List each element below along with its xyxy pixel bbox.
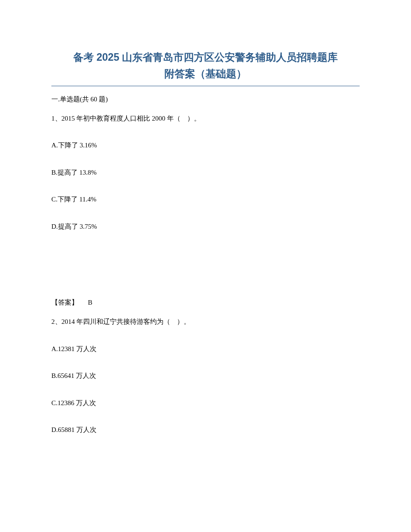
question-2-option-c: C.12386 万人次 <box>51 398 360 408</box>
title-line-1: 备考 2025 山东省青岛市四方区公安警务辅助人员招聘题库 <box>51 49 360 66</box>
question-2-option-b: B.65641 万人次 <box>51 371 360 381</box>
document-title-block: 备考 2025 山东省青岛市四方区公安警务辅助人员招聘题库 附答案（基础题） <box>51 49 360 82</box>
question-1-option-c: C.下降了 11.4% <box>51 194 360 205</box>
answer-label: 【答案】 <box>51 299 78 306</box>
question-2-text: 2、2014 年四川和辽宁共接待游客约为（ ）。 <box>51 317 360 327</box>
question-1-text: 1、2015 年初中教育程度人口相比 2000 年（ ）。 <box>51 113 360 124</box>
question-1-option-a: A.下降了 3.16% <box>51 140 360 151</box>
answer-value: B <box>88 299 92 306</box>
question-2-option-a: A.12381 万人次 <box>51 344 360 354</box>
title-divider <box>51 86 360 86</box>
question-1-answer: 【答案】 B <box>51 298 360 307</box>
title-line-2: 附答案（基础题） <box>51 66 360 82</box>
section-header: 一.单选题(共 60 题) <box>51 95 360 104</box>
question-2-option-d: D.65881 万人次 <box>51 425 360 435</box>
question-1-option-b: B.提高了 13.8% <box>51 168 360 178</box>
question-1-option-d: D.提高了 3.75% <box>51 222 360 232</box>
